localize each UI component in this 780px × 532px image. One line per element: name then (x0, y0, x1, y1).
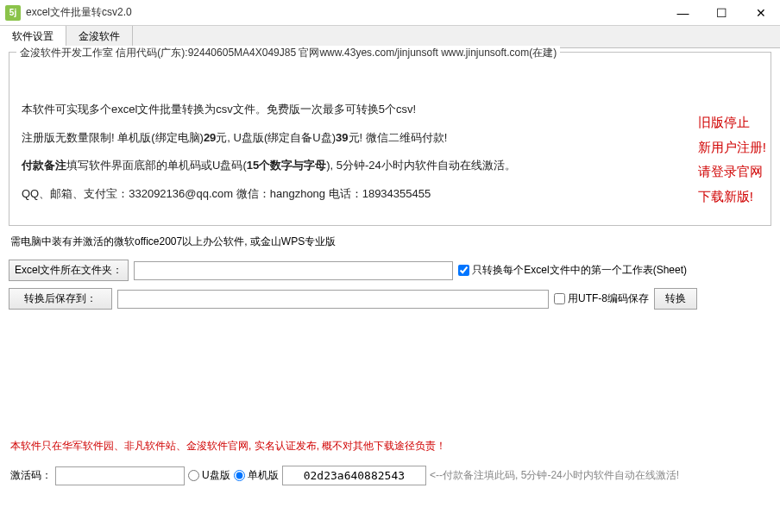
utf8-checkbox[interactable] (554, 293, 565, 304)
radio-usb-label[interactable]: U盘版 (188, 468, 230, 483)
convert-button[interactable]: 转换 (654, 288, 697, 310)
info-line2: 注册版无数量限制! 单机版(绑定电脑)29元, U盘版(绑定自备U盘)39元! … (22, 126, 758, 151)
app-icon: 5j (5, 5, 21, 21)
side-note-l1: 旧版停止 (698, 110, 766, 135)
activation-hint: <--付款备注填此码, 5分钟-24小时内软件自动在线激活! (430, 468, 679, 483)
titlebar: 5j excel文件批量转csv2.0 — ☐ ✕ (0, 0, 780, 26)
content-area: 金浚软件开发工作室 信用代码(广东):92440605MA4X049J85 官网… (0, 48, 780, 489)
info-line4: QQ、邮箱、支付宝：332092136@qq.com 微信：hangzhong … (22, 182, 758, 207)
browse-dest-button[interactable]: 转换后保存到： (9, 288, 112, 310)
tab-jinjun[interactable]: 金浚软件 (66, 26, 133, 47)
info-body: 本软件可实现多个excel文件批量转换为csv文件。免费版一次最多可转换5个cs… (15, 54, 765, 216)
maximize-button[interactable]: ☐ (702, 0, 741, 26)
first-sheet-checkbox-label[interactable]: 只转换每个Excel文件中的第一个工作表(Sheet) (458, 263, 687, 278)
window-title: excel文件批量转csv2.0 (26, 5, 664, 20)
info-legend: 金浚软件开发工作室 信用代码(广东):92440605MA4X049J85 官网… (16, 46, 560, 60)
first-sheet-label: 只转换每个Excel文件中的第一个工作表(Sheet) (472, 263, 687, 278)
radio-usb[interactable] (188, 470, 199, 481)
radio-single[interactable] (234, 470, 245, 481)
requirement-text: 需电脑中装有并激活的微软office2007以上办公软件, 或金山WPS专业版 (10, 235, 770, 249)
first-sheet-checkbox[interactable] (458, 265, 469, 276)
utf8-label: 用UTF-8编码保存 (568, 291, 649, 306)
side-note-l3: 请登录官网 (698, 160, 766, 185)
info-group: 金浚软件开发工作室 信用代码(广东):92440605MA4X049J85 官网… (9, 52, 771, 226)
window-controls: — ☐ ✕ (664, 0, 780, 26)
info-line1: 本软件可实现多个excel文件批量转换为csv文件。免费版一次最多可转换5个cs… (22, 97, 758, 122)
side-note-l4: 下载新版! (698, 185, 766, 210)
dest-folder-input[interactable] (117, 290, 549, 309)
footer-warning: 本软件只在华军软件园、非凡软件站、金浚软件官网, 实名认证发布, 概不对其他下载… (10, 439, 770, 454)
row-source-folder: Excel文件所在文件夹： 只转换每个Excel文件中的第一个工作表(Sheet… (9, 260, 771, 281)
activation-row: 激活码： U盘版 单机版 02d23a640882543 <--付款备注填此码,… (9, 462, 771, 489)
browse-source-button[interactable]: Excel文件所在文件夹： (9, 260, 129, 281)
activation-code-input[interactable] (55, 466, 185, 485)
machine-code-display: 02d23a640882543 (282, 466, 426, 485)
side-note: 旧版停止 新用户注册! 请登录官网 下载新版! (698, 110, 766, 209)
info-line3: 付款备注填写软件界面底部的单机码或U盘码(15个数字与字母), 5分钟-24小时… (22, 153, 758, 178)
close-button[interactable]: ✕ (741, 0, 780, 26)
activation-label: 激活码： (10, 468, 52, 483)
minimize-button[interactable]: — (664, 0, 702, 26)
radio-single-text: 单机版 (248, 468, 279, 483)
utf8-checkbox-label[interactable]: 用UTF-8编码保存 (554, 291, 649, 306)
radio-single-label[interactable]: 单机版 (234, 468, 279, 483)
side-note-l2: 新用户注册! (698, 135, 766, 160)
source-folder-input[interactable] (134, 261, 453, 280)
radio-usb-text: U盘版 (202, 468, 230, 483)
row-dest-folder: 转换后保存到： 用UTF-8编码保存 转换 (9, 288, 771, 310)
